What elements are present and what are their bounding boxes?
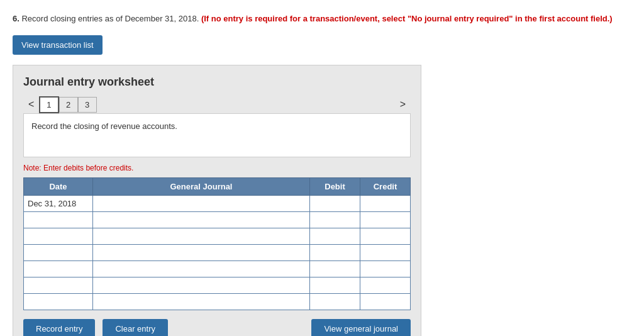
table-row (24, 228, 411, 244)
col-header-debit: Debit (310, 177, 360, 195)
instruction-text: Record the closing of revenue accounts. (31, 121, 177, 131)
general-journal-cell-5[interactable] (93, 277, 310, 293)
debit-input-6[interactable] (310, 294, 360, 310)
credit-input-4[interactable] (360, 261, 410, 277)
debit-input-5[interactable] (310, 277, 360, 293)
date-cell-1 (24, 211, 93, 228)
debit-cell-1[interactable] (310, 211, 360, 228)
table-row (24, 293, 411, 310)
general-journal-cell-1[interactable] (93, 211, 310, 228)
credit-input-3[interactable] (360, 245, 410, 260)
table-row (24, 260, 411, 277)
credit-input-0[interactable] (360, 196, 410, 211)
debit-cell-5[interactable] (310, 277, 360, 293)
debit-input-2[interactable] (310, 228, 360, 244)
debit-cell-2[interactable] (310, 228, 360, 244)
debit-input-3[interactable] (310, 245, 360, 260)
date-cell-2 (24, 228, 93, 244)
problem-instruction: (If no entry is required for a transacti… (201, 14, 613, 23)
view-transaction-button[interactable]: View transaction list (13, 35, 103, 55)
pagination-page-3[interactable]: 3 (78, 97, 97, 113)
date-cell-4 (24, 260, 93, 277)
date-cell-6 (24, 293, 93, 310)
debit-cell-6[interactable] (310, 293, 360, 310)
credit-input-5[interactable] (360, 277, 410, 293)
general-journal-cell-3[interactable] (93, 244, 310, 260)
credit-input-1[interactable] (360, 212, 410, 228)
credit-input-6[interactable] (360, 294, 410, 310)
debit-input-0[interactable] (310, 196, 360, 211)
date-cell-3 (24, 244, 93, 260)
credit-cell-3[interactable] (360, 244, 411, 260)
problem-number: 6. (13, 14, 19, 23)
col-header-credit: Credit (360, 177, 411, 195)
col-header-date: Date (24, 177, 93, 195)
note-text: Note: Enter debits before credits. (23, 164, 411, 172)
debit-input-4[interactable] (310, 261, 360, 277)
pagination-page-2[interactable]: 2 (59, 97, 78, 113)
date-cell-5 (24, 277, 93, 293)
instruction-box: Record the closing of revenue accounts. (23, 113, 411, 157)
debit-cell-0[interactable] (310, 195, 360, 211)
worksheet-title: Journal entry worksheet (23, 76, 411, 89)
clear-entry-button[interactable]: Clear entry (103, 319, 168, 337)
view-general-journal-button[interactable]: View general journal (311, 319, 411, 337)
col-header-general-journal: General Journal (93, 177, 310, 195)
general-journal-input-3[interactable] (93, 245, 309, 260)
worksheet-container: Journal entry worksheet < 1 2 3 > Record… (13, 65, 421, 337)
table-row: Dec 31, 2018 (24, 195, 411, 211)
general-journal-input-2[interactable] (93, 228, 309, 244)
general-journal-cell-0[interactable] (93, 195, 310, 211)
pagination-left-arrow[interactable]: < (23, 96, 39, 113)
general-journal-input-0[interactable] (93, 196, 309, 211)
credit-cell-1[interactable] (360, 211, 411, 228)
credit-cell-0[interactable] (360, 195, 411, 211)
problem-text: 6. Record closing entries as of December… (13, 13, 631, 25)
date-cell-0: Dec 31, 2018 (24, 195, 93, 211)
debit-cell-4[interactable] (310, 260, 360, 277)
general-journal-input-5[interactable] (93, 277, 309, 293)
pagination-page-1[interactable]: 1 (39, 96, 58, 113)
record-entry-button[interactable]: Record entry (23, 319, 95, 337)
pagination-right-arrow[interactable]: > (395, 96, 411, 113)
debit-cell-3[interactable] (310, 244, 360, 260)
general-journal-input-1[interactable] (93, 212, 309, 228)
general-journal-input-6[interactable] (93, 294, 309, 310)
credit-input-2[interactable] (360, 228, 410, 244)
credit-cell-6[interactable] (360, 293, 411, 310)
pagination-group: < 1 2 3 > (23, 96, 411, 113)
general-journal-cell-4[interactable] (93, 260, 310, 277)
debit-input-1[interactable] (310, 212, 360, 228)
general-journal-input-4[interactable] (93, 261, 309, 277)
table-row (24, 277, 411, 293)
general-journal-cell-2[interactable] (93, 228, 310, 244)
credit-cell-2[interactable] (360, 228, 411, 244)
credit-cell-4[interactable] (360, 260, 411, 277)
table-row (24, 244, 411, 260)
table-row (24, 211, 411, 228)
credit-cell-5[interactable] (360, 277, 411, 293)
button-row: Record entry Clear entry View general jo… (23, 319, 411, 337)
journal-table: Date General Journal Debit Credit Dec 31… (23, 177, 411, 310)
problem-main-text: Record closing entries as of December 31… (21, 14, 201, 23)
general-journal-cell-6[interactable] (93, 293, 310, 310)
